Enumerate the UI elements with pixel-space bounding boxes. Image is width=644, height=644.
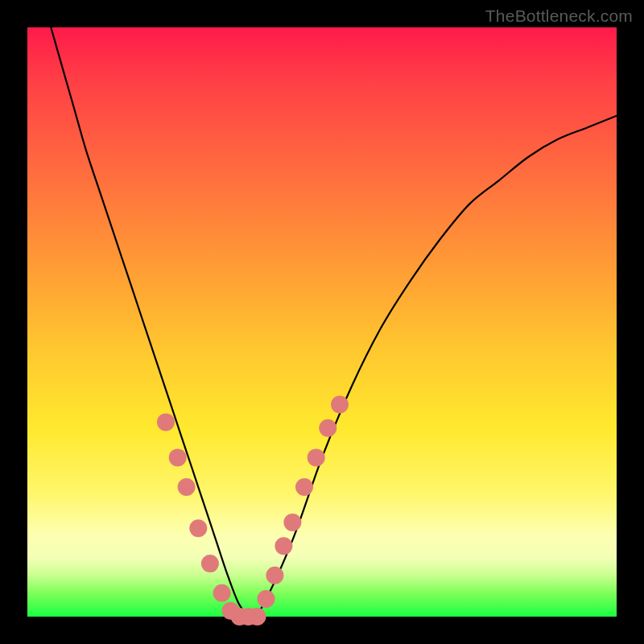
marker-dot <box>331 396 349 414</box>
marker-dot <box>189 519 207 537</box>
marker-dot <box>169 448 187 466</box>
marker-dot <box>295 478 313 496</box>
marker-dot <box>283 514 301 531</box>
chart-svg <box>27 27 617 617</box>
marker-dot <box>308 448 325 466</box>
marker-dot <box>213 584 231 602</box>
marker-dot <box>249 608 266 625</box>
marker-dot <box>178 478 196 496</box>
marker-dot <box>157 413 175 431</box>
marker-dot <box>275 537 292 555</box>
marker-dot <box>319 419 336 437</box>
marker-dot <box>258 590 275 608</box>
bottleneck-curve <box>51 27 617 617</box>
marker-dot <box>266 567 283 584</box>
watermark-text: TheBottleneck.com <box>485 6 633 26</box>
curve-path <box>51 27 617 617</box>
marker-dot <box>201 555 219 572</box>
chart-frame: TheBottleneck.com <box>0 0 644 644</box>
plot-area <box>27 27 617 617</box>
highlight-dots <box>157 396 349 626</box>
